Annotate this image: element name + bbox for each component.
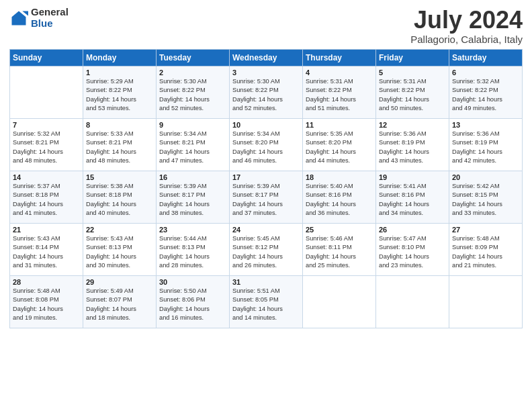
- day-number: 4: [306, 68, 373, 77]
- day-info: Sunrise: 5:31 AM Sunset: 8:22 PM Dayligh…: [306, 77, 373, 113]
- svg-marker-0: [12, 11, 26, 25]
- day-info: Sunrise: 5:41 AM Sunset: 8:16 PM Dayligh…: [379, 182, 446, 218]
- calendar-week-3: 14Sunrise: 5:37 AM Sunset: 8:18 PM Dayli…: [10, 171, 523, 223]
- calendar-cell: 8Sunrise: 5:33 AM Sunset: 8:21 PM Daylig…: [83, 118, 157, 171]
- calendar-cell: [449, 275, 523, 328]
- calendar-cell: 16Sunrise: 5:39 AM Sunset: 8:17 PM Dayli…: [157, 171, 230, 223]
- calendar-cell: 4Sunrise: 5:31 AM Sunset: 8:22 PM Daylig…: [303, 66, 376, 118]
- title-block: July 2024 Pallagorio, Calabria, Italy: [410, 7, 523, 45]
- calendar-cell: [10, 66, 83, 118]
- day-number: 21: [13, 226, 80, 234]
- header-cell-friday: Friday: [376, 49, 449, 66]
- calendar-cell: [303, 275, 376, 328]
- day-info: Sunrise: 5:36 AM Sunset: 8:19 PM Dayligh…: [379, 130, 446, 166]
- calendar-cell: 28Sunrise: 5:48 AM Sunset: 8:08 PM Dayli…: [10, 275, 83, 328]
- day-info: Sunrise: 5:39 AM Sunset: 8:17 PM Dayligh…: [159, 182, 226, 218]
- day-number: 12: [379, 121, 446, 129]
- calendar-week-2: 7Sunrise: 5:32 AM Sunset: 8:21 PM Daylig…: [10, 118, 523, 171]
- day-number: 13: [452, 121, 519, 129]
- calendar-cell: 10Sunrise: 5:34 AM Sunset: 8:20 PM Dayli…: [230, 118, 303, 171]
- calendar-cell: 11Sunrise: 5:35 AM Sunset: 8:20 PM Dayli…: [303, 118, 376, 171]
- calendar-cell: 7Sunrise: 5:32 AM Sunset: 8:21 PM Daylig…: [10, 118, 83, 171]
- day-number: 28: [13, 278, 80, 286]
- calendar-cell: 13Sunrise: 5:36 AM Sunset: 8:19 PM Dayli…: [449, 118, 523, 171]
- calendar-cell: 21Sunrise: 5:43 AM Sunset: 8:14 PM Dayli…: [10, 223, 83, 275]
- calendar-cell: 12Sunrise: 5:36 AM Sunset: 8:19 PM Dayli…: [376, 118, 449, 171]
- logo-icon: [9, 9, 28, 28]
- day-number: 23: [159, 226, 226, 234]
- header-row: General Blue July 2024 Pallagorio, Calab…: [9, 7, 523, 45]
- calendar-cell: 31Sunrise: 5:51 AM Sunset: 8:05 PM Dayli…: [230, 275, 303, 328]
- day-info: Sunrise: 5:39 AM Sunset: 8:17 PM Dayligh…: [232, 182, 300, 218]
- day-info: Sunrise: 5:30 AM Sunset: 8:22 PM Dayligh…: [232, 77, 300, 113]
- calendar-cell: 26Sunrise: 5:47 AM Sunset: 8:10 PM Dayli…: [376, 223, 449, 275]
- day-number: 5: [379, 68, 446, 77]
- header-cell-wednesday: Wednesday: [230, 49, 303, 66]
- day-info: Sunrise: 5:30 AM Sunset: 8:22 PM Dayligh…: [159, 77, 226, 113]
- day-info: Sunrise: 5:38 AM Sunset: 8:18 PM Dayligh…: [86, 182, 153, 218]
- calendar-cell: 14Sunrise: 5:37 AM Sunset: 8:18 PM Dayli…: [10, 171, 83, 223]
- day-number: 30: [159, 278, 226, 286]
- calendar-cell: 6Sunrise: 5:32 AM Sunset: 8:22 PM Daylig…: [449, 66, 523, 118]
- logo: General Blue: [9, 7, 69, 29]
- calendar-cell: 15Sunrise: 5:38 AM Sunset: 8:18 PM Dayli…: [83, 171, 157, 223]
- calendar-cell: 24Sunrise: 5:45 AM Sunset: 8:12 PM Dayli…: [230, 223, 303, 275]
- day-info: Sunrise: 5:43 AM Sunset: 8:14 PM Dayligh…: [13, 234, 80, 271]
- day-info: Sunrise: 5:31 AM Sunset: 8:22 PM Dayligh…: [379, 77, 446, 113]
- calendar-cell: 17Sunrise: 5:39 AM Sunset: 8:17 PM Dayli…: [230, 171, 303, 223]
- calendar-cell: [376, 275, 449, 328]
- day-info: Sunrise: 5:33 AM Sunset: 8:21 PM Dayligh…: [86, 130, 153, 166]
- day-number: 3: [232, 68, 300, 77]
- calendar-week-5: 28Sunrise: 5:48 AM Sunset: 8:08 PM Dayli…: [10, 275, 523, 328]
- calendar-week-4: 21Sunrise: 5:43 AM Sunset: 8:14 PM Dayli…: [10, 223, 523, 275]
- header-cell-saturday: Saturday: [449, 49, 523, 66]
- calendar-cell: 27Sunrise: 5:48 AM Sunset: 8:09 PM Dayli…: [449, 223, 523, 275]
- day-number: 6: [452, 68, 519, 77]
- calendar-cell: 18Sunrise: 5:40 AM Sunset: 8:16 PM Dayli…: [303, 171, 376, 223]
- day-info: Sunrise: 5:49 AM Sunset: 8:07 PM Dayligh…: [86, 287, 153, 323]
- calendar-body: 1Sunrise: 5:29 AM Sunset: 8:22 PM Daylig…: [10, 66, 523, 328]
- day-number: 29: [86, 278, 153, 286]
- day-number: 10: [232, 121, 300, 129]
- day-info: Sunrise: 5:36 AM Sunset: 8:19 PM Dayligh…: [452, 130, 519, 166]
- calendar-header: SundayMondayTuesdayWednesdayThursdayFrid…: [10, 49, 523, 66]
- logo-text: General Blue: [31, 7, 69, 29]
- day-info: Sunrise: 5:32 AM Sunset: 8:22 PM Dayligh…: [452, 77, 519, 113]
- page-container: General Blue July 2024 Pallagorio, Calab…: [0, 0, 532, 334]
- calendar-cell: 5Sunrise: 5:31 AM Sunset: 8:22 PM Daylig…: [376, 66, 449, 118]
- day-info: Sunrise: 5:46 AM Sunset: 8:11 PM Dayligh…: [306, 234, 373, 271]
- day-number: 22: [86, 226, 153, 234]
- day-info: Sunrise: 5:48 AM Sunset: 8:09 PM Dayligh…: [452, 234, 519, 271]
- day-info: Sunrise: 5:34 AM Sunset: 8:20 PM Dayligh…: [232, 130, 300, 166]
- day-info: Sunrise: 5:47 AM Sunset: 8:10 PM Dayligh…: [379, 234, 446, 271]
- header-row-days: SundayMondayTuesdayWednesdayThursdayFrid…: [10, 49, 523, 66]
- calendar-cell: 29Sunrise: 5:49 AM Sunset: 8:07 PM Dayli…: [83, 275, 157, 328]
- day-info: Sunrise: 5:44 AM Sunset: 8:13 PM Dayligh…: [159, 234, 226, 271]
- day-number: 25: [306, 226, 373, 234]
- day-number: 26: [379, 226, 446, 234]
- day-number: 9: [159, 121, 226, 129]
- calendar-week-1: 1Sunrise: 5:29 AM Sunset: 8:22 PM Daylig…: [10, 66, 523, 118]
- day-number: 18: [306, 173, 373, 181]
- day-number: 14: [13, 173, 80, 181]
- calendar-cell: 20Sunrise: 5:42 AM Sunset: 8:15 PM Dayli…: [449, 171, 523, 223]
- calendar-cell: 2Sunrise: 5:30 AM Sunset: 8:22 PM Daylig…: [157, 66, 230, 118]
- location-subtitle: Pallagorio, Calabria, Italy: [410, 34, 523, 45]
- day-info: Sunrise: 5:40 AM Sunset: 8:16 PM Dayligh…: [306, 182, 373, 218]
- day-info: Sunrise: 5:51 AM Sunset: 8:05 PM Dayligh…: [232, 287, 300, 323]
- day-info: Sunrise: 5:34 AM Sunset: 8:21 PM Dayligh…: [159, 130, 226, 166]
- day-number: 24: [232, 226, 300, 234]
- day-number: 11: [306, 121, 373, 129]
- calendar-cell: 25Sunrise: 5:46 AM Sunset: 8:11 PM Dayli…: [303, 223, 376, 275]
- day-number: 1: [86, 68, 153, 77]
- logo-blue: Blue: [31, 18, 69, 30]
- day-info: Sunrise: 5:45 AM Sunset: 8:12 PM Dayligh…: [232, 234, 300, 271]
- day-number: 8: [86, 121, 153, 129]
- logo-general: General: [31, 7, 69, 18]
- day-number: 2: [159, 68, 226, 77]
- calendar-cell: 23Sunrise: 5:44 AM Sunset: 8:13 PM Dayli…: [157, 223, 230, 275]
- day-info: Sunrise: 5:48 AM Sunset: 8:08 PM Dayligh…: [13, 287, 80, 323]
- day-number: 31: [232, 278, 300, 286]
- header-cell-monday: Monday: [83, 49, 157, 66]
- day-number: 7: [13, 121, 80, 129]
